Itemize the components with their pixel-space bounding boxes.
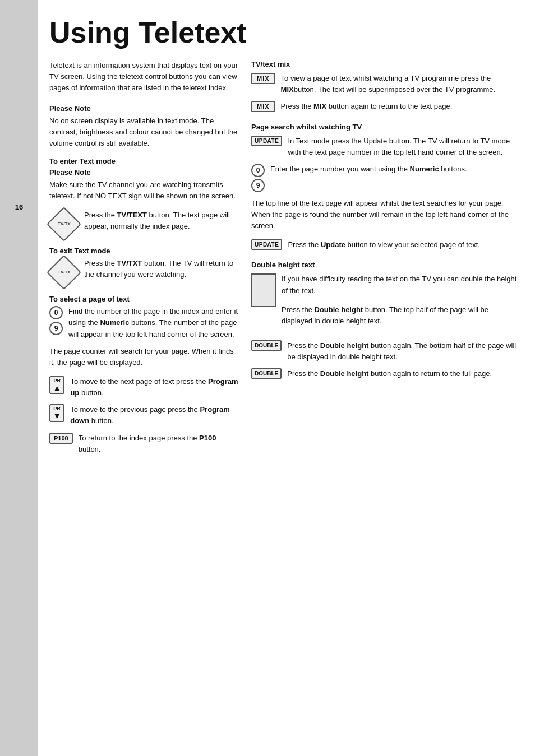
- enter-text-mode-title: To enter Text mode: [49, 157, 240, 165]
- double-height-text4: Press the Double height button again to …: [287, 368, 492, 379]
- update-btn-2[interactable]: UPDATE: [251, 239, 282, 250]
- double-btn-1[interactable]: DOUBLE: [251, 340, 282, 351]
- exit-tvtxt-icon-box: TV/TX: [49, 258, 79, 287]
- enter-text-mode-subtitle: Please Note: [49, 168, 240, 177]
- update-label-2: UPDATE: [255, 242, 279, 248]
- page-search-btn-9: 9: [251, 179, 265, 192]
- left-bar: 16: [0, 0, 38, 756]
- double-btn-2[interactable]: DOUBLE: [251, 368, 282, 379]
- up-arrow: ▲: [53, 383, 61, 392]
- p100-btn[interactable]: P100: [49, 433, 73, 444]
- exit-text-mode-title: To exit Text mode: [49, 247, 240, 255]
- tv-text-icon-label: TV/TX: [58, 222, 71, 228]
- page-search-text3: The top line of the text page will appea…: [251, 198, 518, 231]
- pr-down-label: PR: [53, 406, 61, 411]
- enter-text-mode-note: Make sure the TV channel you are watchin…: [49, 179, 240, 202]
- select-page-title: To select a page of text: [49, 295, 240, 303]
- mix-btn-1[interactable]: MIX: [251, 73, 275, 84]
- page-search-text2: Enter the page number you want using the…: [270, 164, 467, 192]
- double-height-intro-row: If you have difficulty reading the text …: [251, 273, 518, 335]
- tv-text-mix-text1: To view a page of text whilst watching a…: [281, 73, 518, 95]
- select-page-counter-text: The page counter will search for your pa…: [49, 346, 240, 368]
- select-page-intro-text: Find the number of the page in the index…: [68, 306, 240, 340]
- double-height-intro-texts: If you have difficulty reading the text …: [282, 273, 518, 335]
- page-search-numbers: 0 9: [251, 164, 265, 192]
- mix-btn-2[interactable]: MIX: [251, 101, 275, 112]
- program-up-text: To move to the next page of text press t…: [70, 376, 240, 398]
- exit-text-mode-text: Press the TV/TXT button. The TV will ret…: [84, 258, 240, 280]
- double-height-row2: DOUBLE Press the Double height button ag…: [251, 340, 518, 363]
- please-note-title: Please Note: [49, 104, 240, 113]
- double-height-row3: DOUBLE Press the Double height button ag…: [251, 368, 518, 379]
- p100-row: P100 To return to the index page press t…: [49, 433, 240, 455]
- btn-0: 0: [49, 306, 63, 319]
- page-number: 16: [15, 203, 23, 211]
- please-note-text: No on screen display is available in tex…: [49, 115, 240, 149]
- enter-text-mode-section: To enter Text mode Please Note Make sure…: [49, 157, 240, 239]
- p100-text: To return to the index page press the P1…: [79, 433, 240, 455]
- right-column: TV/text mix MIX To view a page of text w…: [251, 60, 518, 463]
- page-search-update-row2: UPDATE Press the Update button to view y…: [251, 239, 518, 251]
- left-column: Teletext is an information system that d…: [49, 60, 240, 463]
- double-height-icon-1: [251, 273, 276, 307]
- double-height-section: Double height text If you have difficult…: [251, 261, 518, 379]
- down-arrow: ▼: [53, 411, 61, 420]
- program-down-btn[interactable]: PR ▼: [49, 404, 64, 422]
- mix-row-1: MIX To view a page of text whilst watchi…: [251, 73, 518, 95]
- program-down-row: PR ▼ To move to the previous page press …: [49, 404, 240, 426]
- page-search-numbers-row: 0 9 Enter the page number you want using…: [251, 164, 518, 192]
- page-search-update-row: UPDATE In Text mode press the Update but…: [251, 136, 518, 158]
- page-search-section: Page search whilst watching TV UPDATE In…: [251, 123, 518, 251]
- page-search-text4: Press the Update button to view your sel…: [288, 239, 480, 251]
- tv-text-mix-section: TV/text mix MIX To view a page of text w…: [251, 60, 518, 112]
- select-page-section: To select a page of text 0 9 Find the nu…: [49, 295, 240, 455]
- pr-up-label: PR: [53, 378, 61, 383]
- select-page-intro-row: 0 9 Find the number of the page in the i…: [49, 306, 240, 340]
- mix-label-2: MIX: [257, 103, 270, 110]
- enter-text-mode-button-text: Press the TV/TEXT button. The text page …: [84, 210, 240, 232]
- page-search-btn-0: 0: [251, 164, 265, 177]
- btn-9: 9: [49, 322, 63, 335]
- tv-text-mix-text2: Press the MIX button again to return to …: [281, 101, 453, 112]
- select-page-numbers-box: 0 9: [49, 306, 63, 335]
- program-up-btn[interactable]: PR ▲: [49, 376, 64, 394]
- tvtxt-icon-box: TV/TX: [49, 210, 79, 239]
- double-label-2: DOUBLE: [255, 370, 278, 377]
- double-label-1: DOUBLE: [255, 342, 278, 349]
- page-title: Using Teletext: [49, 17, 518, 49]
- tv-text-icon: TV/TX: [47, 207, 81, 242]
- p100-label: P100: [54, 435, 68, 442]
- page-search-text1: In Text mode press the Update button. Th…: [288, 136, 518, 158]
- exit-tv-text-icon-label: TV/TX: [58, 270, 71, 276]
- exit-tv-text-icon: TV/TX: [47, 255, 81, 290]
- double-height-text3: Press the Double height button again. Th…: [287, 340, 518, 363]
- enter-text-mode-row: TV/TX Press the TV/TEXT button. The text…: [49, 210, 240, 239]
- exit-text-mode-row: TV/TX Press the TV/TXT button. The TV wi…: [49, 258, 240, 287]
- tv-text-mix-title: TV/text mix: [251, 60, 518, 68]
- exit-text-mode-section: To exit Text mode TV/TX Press the TV/TXT…: [49, 247, 240, 287]
- please-note-section: Please Note No on screen display is avai…: [49, 104, 240, 149]
- double-height-title: Double height text: [251, 261, 518, 269]
- content-area: Using Teletext Teletext is an informatio…: [38, 0, 535, 756]
- page-search-title: Page search whilst watching TV: [251, 123, 518, 131]
- program-up-row: PR ▲ To move to the next page of text pr…: [49, 376, 240, 398]
- mix-label-1: MIX: [257, 75, 270, 82]
- double-height-text2: Press the Double height button. The top …: [282, 304, 518, 327]
- double-height-text1: If you have difficulty reading the text …: [282, 273, 518, 296]
- program-down-text: To move to the previous page press the P…: [70, 404, 240, 426]
- intro-text: Teletext is an information system that d…: [49, 60, 240, 94]
- update-btn-1[interactable]: UPDATE: [251, 136, 282, 146]
- update-label-1: UPDATE: [255, 138, 279, 144]
- mix-row-2: MIX Press the MIX button again to return…: [251, 101, 518, 112]
